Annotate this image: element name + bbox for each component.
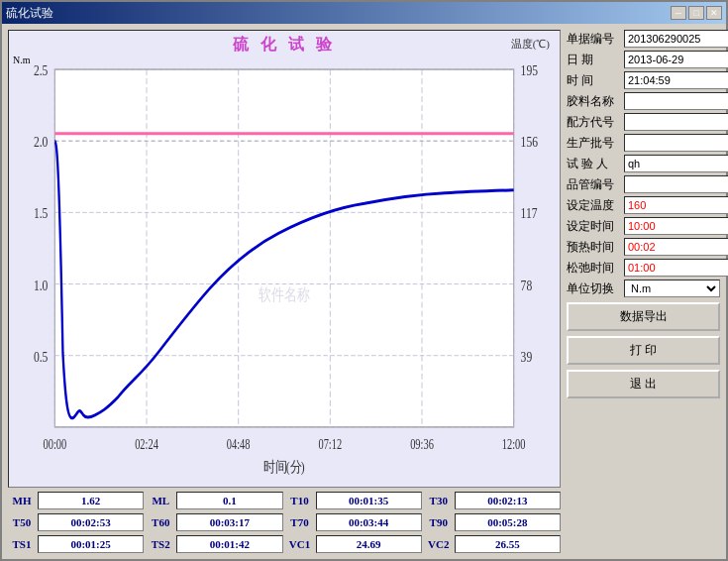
t30-value: 00:02:13 bbox=[455, 492, 561, 509]
rubber-row: 胶料名称 bbox=[567, 92, 720, 110]
time-input[interactable] bbox=[624, 71, 728, 89]
t60-label: T60 bbox=[147, 515, 174, 529]
batch-label: 生产批号 bbox=[567, 135, 621, 152]
main-window: 硫化试验 ─ □ ✕ 硫 化 试 验 温度(℃) N.m bbox=[0, 0, 728, 561]
minimize-button[interactable]: ─ bbox=[671, 6, 686, 20]
exit-button[interactable]: 退 出 bbox=[567, 370, 720, 398]
stats-row-2: T50 00:02:53 T60 00:03:17 T70 00:03:44 T… bbox=[8, 513, 561, 531]
vc1-value: 24.69 bbox=[316, 535, 422, 553]
svg-text:195: 195 bbox=[521, 62, 539, 79]
maximize-button[interactable]: □ bbox=[688, 6, 704, 20]
t70-value: 00:03:44 bbox=[316, 513, 422, 531]
t90-label: T90 bbox=[425, 515, 453, 529]
batch-input[interactable] bbox=[624, 134, 728, 152]
temp-set-row: 设定温度 bbox=[567, 196, 720, 214]
svg-text:00:00: 00:00 bbox=[43, 437, 66, 453]
ts2-value: 00:01:42 bbox=[176, 535, 282, 553]
stat-t90: T90 00:05:28 bbox=[425, 513, 561, 531]
t10-value: 00:01:35 bbox=[316, 492, 422, 509]
svg-text:软件名称: 软件名称 bbox=[259, 286, 310, 304]
t60-value: 00:03:17 bbox=[176, 513, 282, 531]
ts1-label: TS1 bbox=[8, 537, 36, 551]
stat-t70: T70 00:03:44 bbox=[286, 513, 422, 531]
stat-t10: T10 00:01:35 bbox=[286, 492, 422, 509]
close-button[interactable]: ✕ bbox=[706, 6, 722, 20]
tube-input[interactable] bbox=[624, 175, 728, 193]
svg-rect-0 bbox=[54, 69, 513, 427]
relax-input[interactable] bbox=[624, 259, 728, 277]
relax-label: 松弛时间 bbox=[567, 260, 621, 277]
date-input[interactable] bbox=[624, 51, 728, 68]
export-button[interactable]: 数据导出 bbox=[567, 302, 720, 331]
doc-no-label: 单据编号 bbox=[567, 31, 621, 48]
svg-text:1.0: 1.0 bbox=[34, 277, 49, 293]
mh-value: 1.62 bbox=[38, 492, 144, 509]
t10-label: T10 bbox=[286, 494, 314, 507]
chart-area: 硫 化 试 验 温度(℃) N.m bbox=[8, 30, 561, 488]
preheat-row: 预热时间 bbox=[567, 238, 720, 256]
rubber-label: 胶料名称 bbox=[567, 93, 621, 110]
svg-text:07:12: 07:12 bbox=[318, 437, 342, 453]
stat-vc1: VC1 24.69 bbox=[286, 535, 422, 553]
window-controls: ─ □ ✕ bbox=[671, 6, 722, 20]
right-panel: 单据编号 日 期 时 间 胶料名称 配方代号 生产批号 bbox=[567, 30, 720, 553]
time-set-row: 设定时间 bbox=[567, 217, 720, 235]
t50-value: 00:02:53 bbox=[38, 513, 144, 531]
mh-label: MH bbox=[8, 494, 36, 507]
time-set-input[interactable] bbox=[624, 217, 728, 235]
rubber-input[interactable] bbox=[624, 92, 728, 110]
date-row: 日 期 bbox=[567, 51, 720, 68]
content-area: 硫 化 试 验 温度(℃) N.m bbox=[2, 24, 726, 559]
preheat-input[interactable] bbox=[624, 238, 728, 256]
t50-label: T50 bbox=[8, 515, 36, 529]
doc-no-input[interactable] bbox=[624, 30, 728, 48]
stat-t30: T30 00:02:13 bbox=[425, 492, 561, 509]
temp-label: 温度(℃) bbox=[511, 37, 550, 52]
svg-text:1.5: 1.5 bbox=[34, 205, 49, 222]
preheat-label: 预热时间 bbox=[567, 239, 621, 256]
svg-text:12:00: 12:00 bbox=[502, 437, 526, 453]
vc2-value: 26.55 bbox=[455, 535, 561, 553]
unit-select[interactable]: N.m lbf.in bbox=[624, 280, 720, 297]
time-set-label: 设定时间 bbox=[567, 218, 621, 235]
t30-label: T30 bbox=[425, 494, 453, 507]
unit-label: 单位切换 bbox=[567, 280, 621, 297]
stat-ml: ML 0.1 bbox=[147, 492, 282, 509]
stat-vc2: VC2 26.55 bbox=[425, 535, 561, 553]
stats-row-1: MH 1.62 ML 0.1 T10 00:01:35 T30 00:02:13 bbox=[8, 492, 561, 509]
formula-row: 配方代号 bbox=[567, 113, 720, 131]
stats-row-3: TS1 00:01:25 TS2 00:01:42 VC1 24.69 VC2 … bbox=[8, 535, 561, 553]
date-label: 日 期 bbox=[567, 52, 621, 68]
vc2-label: VC2 bbox=[425, 537, 453, 551]
print-button[interactable]: 打 印 bbox=[567, 336, 720, 365]
stat-ts1: TS1 00:01:25 bbox=[8, 535, 144, 553]
tube-label: 品管编号 bbox=[567, 176, 621, 193]
ml-label: ML bbox=[147, 494, 174, 507]
stat-mh: MH 1.62 bbox=[8, 492, 144, 509]
ts1-value: 00:01:25 bbox=[38, 535, 144, 553]
title-bar: 硫化试验 ─ □ ✕ bbox=[2, 2, 726, 24]
svg-text:2.5: 2.5 bbox=[34, 62, 49, 79]
time-label: 时 间 bbox=[567, 72, 621, 89]
svg-text:时间(分): 时间(分) bbox=[263, 459, 304, 476]
formula-input[interactable] bbox=[624, 113, 728, 131]
svg-text:117: 117 bbox=[521, 205, 538, 222]
svg-text:39: 39 bbox=[521, 348, 533, 365]
time-row: 时 间 bbox=[567, 71, 720, 89]
t90-value: 00:05:28 bbox=[455, 513, 561, 531]
operator-input[interactable] bbox=[624, 155, 728, 172]
temp-set-label: 设定温度 bbox=[567, 197, 621, 214]
ml-value: 0.1 bbox=[176, 492, 282, 509]
svg-text:02:24: 02:24 bbox=[135, 437, 158, 453]
formula-label: 配方代号 bbox=[567, 114, 621, 131]
svg-text:09:36: 09:36 bbox=[410, 437, 434, 453]
chart-svg: 2.5 2.0 1.5 1.0 0.5 195 156 117 78 39 00… bbox=[9, 55, 560, 487]
t70-label: T70 bbox=[286, 515, 314, 529]
chart-title: 硫 化 试 验 bbox=[9, 31, 560, 56]
temp-set-input[interactable] bbox=[624, 196, 728, 214]
vc1-label: VC1 bbox=[286, 537, 314, 551]
operator-row: 试 验 人 bbox=[567, 155, 720, 172]
doc-no-row: 单据编号 bbox=[567, 30, 720, 48]
unit-row: 单位切换 N.m lbf.in bbox=[567, 280, 720, 297]
batch-row: 生产批号 bbox=[567, 134, 720, 152]
